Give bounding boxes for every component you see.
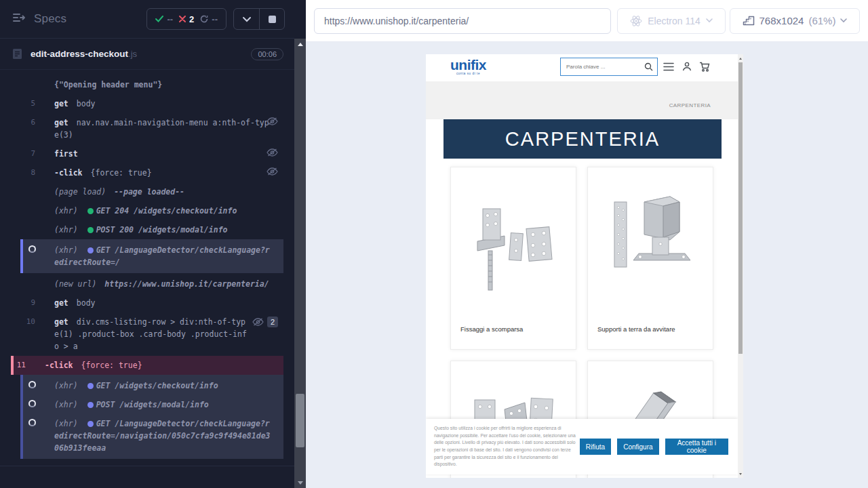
run-controls [233, 8, 285, 30]
pending-xhr-group: (xhr)GET /widgets/checkout/info (xhr)POS… [20, 375, 283, 459]
xhr-status-dot [87, 383, 94, 389]
url-input[interactable] [314, 8, 611, 34]
sidebar-scrollbar[interactable] [294, 39, 306, 488]
spec-name: edit-address-checkout [31, 49, 128, 59]
scroll-up-icon[interactable] [738, 55, 743, 62]
viewport-size-icon [743, 16, 755, 26]
scroll-down-icon[interactable] [738, 470, 743, 477]
cookie-banner: Questo sito utilizza i cookie per offrir… [426, 419, 738, 474]
xhr-status-dot [87, 247, 94, 253]
aut-stage: unifix conta su di te CARPENTER [306, 42, 868, 488]
collapse-button[interactable] [234, 9, 259, 29]
command-log-arg[interactable]: {"Opening header menu"} [20, 75, 283, 94]
breadcrumb[interactable]: CARPENTERIA [669, 102, 711, 108]
spinner-icon [28, 400, 36, 407]
spec-file-row[interactable]: edit-address-checkout.js 00:06 [0, 39, 294, 70]
cookie-text: Questo sito utilizza i cookie per offrir… [434, 425, 580, 468]
specs-title[interactable]: Specs [34, 12, 66, 26]
spec-duration-badge: 00:06 [251, 48, 283, 60]
site-logo[interactable]: unifix conta su di te [450, 58, 486, 75]
cookie-accept-button[interactable]: Accetta tutti i cookie [665, 439, 728, 455]
xhr-status-dot [87, 208, 94, 214]
check-icon [155, 16, 163, 22]
scrollbar-thumb[interactable] [296, 394, 304, 448]
xhr-event[interactable]: (xhr)GET /LanguageDetector/checkLanguage… [23, 414, 283, 458]
specs-menu-icon[interactable] [12, 12, 26, 26]
product-card[interactable]: Fissaggi a scomparsa [450, 167, 576, 350]
hidden-eye-icon [267, 167, 278, 176]
new-url-event[interactable]: (new url)https://www.unishop.it/carpente… [20, 274, 283, 293]
cart-icon[interactable] [699, 62, 710, 75]
chevron-down-icon [242, 16, 252, 22]
scrollbar-thumb[interactable] [738, 62, 743, 354]
search-input[interactable] [566, 64, 644, 70]
log-divider [0, 466, 294, 466]
browser-name: Electron 114 [648, 16, 701, 26]
spinner-icon [28, 419, 36, 426]
page-load-event[interactable]: (page load)--page loaded-- [20, 182, 283, 201]
failed-command-row[interactable]: 11 -click{force: true} [11, 356, 283, 375]
cypress-reporter: Specs -- 2 -- [0, 0, 306, 488]
site-search[interactable] [560, 58, 658, 76]
hidden-eye-icon [252, 318, 264, 326]
product-name[interactable]: Fissaggi a scomparsa [460, 325, 523, 333]
x-icon [179, 16, 186, 22]
xhr-event[interactable]: (xhr)GET /widgets/checkout/info [23, 376, 283, 395]
reporter-header: Specs -- 2 -- [0, 0, 294, 39]
stop-icon [269, 16, 276, 23]
cookie-configure-button[interactable]: Configura [617, 439, 658, 455]
command-log: {"Opening header menu"} 5 getbody 6 getn… [0, 70, 294, 466]
spinner-icon [28, 245, 36, 253]
command-row[interactable]: 7 first [20, 144, 283, 163]
pending-xhr-group: (xhr)GET /LanguageDetector/checkLanguage… [20, 239, 283, 273]
page-title: CARPENTERIA [505, 128, 660, 150]
product-image-supporti [588, 167, 713, 303]
viewport-button[interactable]: 768x1024 (61%) [730, 8, 860, 34]
browser-select[interactable]: Electron 114 [617, 8, 726, 34]
breadcrumb-bar: CARPENTERIA [426, 81, 743, 119]
xhr-event[interactable]: (xhr)GET 204 /widgets/checkout/info [20, 201, 283, 220]
test-stats: -- 2 -- [146, 8, 226, 30]
element-count-badge: 2 [267, 317, 278, 327]
spinner-icon [28, 381, 36, 388]
stat-passed: -- [155, 14, 173, 24]
command-row[interactable]: 8 -click{force: true} [20, 163, 283, 182]
stop-button[interactable] [259, 9, 284, 29]
product-card[interactable]: Supporti a terra da avvitare [587, 167, 713, 350]
scroll-down-icon[interactable] [294, 479, 306, 487]
xhr-event[interactable]: (xhr)GET /LanguageDetector/checkLanguage… [23, 241, 283, 272]
product-name[interactable]: Supporti a terra da avvitare [597, 325, 675, 333]
xhr-status-dot [87, 421, 94, 427]
command-row[interactable]: 10 getdiv.cms-listing-row > div:nth-of-t… [20, 312, 283, 356]
category-banner: CARPENTERIA [443, 119, 722, 159]
command-row[interactable]: 5 getbody [20, 94, 283, 113]
product-image-fissaggi [451, 167, 576, 303]
spec-file-icon [12, 48, 22, 60]
site-scrollbar[interactable] [738, 54, 743, 478]
hidden-eye-icon [267, 148, 278, 157]
browser-toolbar: Electron 114 768x1024 (61%) [306, 0, 868, 42]
menu-icon[interactable] [663, 62, 674, 74]
site-preview: unifix conta su di te CARPENTER [426, 54, 743, 478]
xhr-status-dot [87, 227, 94, 233]
account-icon[interactable] [682, 62, 692, 74]
spec-ext: .js [128, 49, 137, 59]
xhr-event[interactable]: (xhr)POST 200 /widgets/modal/info [20, 220, 283, 239]
site-header: unifix conta su di te [426, 54, 743, 81]
scroll-up-icon[interactable] [294, 40, 306, 48]
command-row[interactable]: 6 getnav.nav.main-navigation-menu a:nth-… [20, 113, 283, 144]
chevron-down-icon [706, 18, 713, 23]
restart-icon [200, 15, 208, 23]
viewport-zoom: (61%) [808, 15, 835, 26]
chevron-down-icon [840, 18, 847, 23]
electron-icon [630, 15, 642, 27]
hidden-eye-icon [267, 117, 278, 125]
stat-restarts: -- [200, 14, 218, 24]
xhr-status-dot [87, 402, 94, 408]
cookie-reject-button[interactable]: Rifiuta [580, 439, 611, 455]
xhr-event[interactable]: (xhr)POST /widgets/modal/info [23, 395, 283, 414]
stat-failed: 2 [179, 14, 194, 24]
search-icon[interactable] [644, 62, 653, 71]
command-row[interactable]: 9 getbody [20, 293, 283, 312]
viewport-size: 768x1024 [760, 15, 804, 26]
